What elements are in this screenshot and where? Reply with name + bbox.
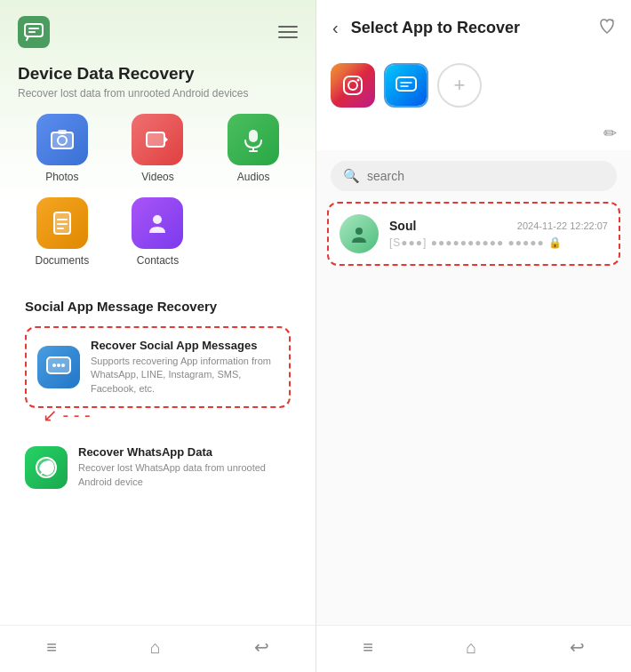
conversation-list: Soul 2024-11-22 12:22:07 [S●●●] ●●●●●●●●…: [316, 202, 631, 625]
left-nav-back[interactable]: ↩: [254, 636, 269, 658]
svg-point-19: [57, 364, 60, 367]
audios-label: Audios: [237, 171, 270, 183]
device-title: Device Data Recovery: [18, 64, 298, 84]
soul-conv-info: Soul 2024-11-22 12:22:07 [S●●●] ●●●●●●●●…: [389, 219, 608, 249]
photos-label: Photos: [45, 171, 78, 183]
edit-area: ✏: [316, 120, 631, 150]
documents-icon-box: [36, 197, 88, 249]
search-icon: 🔍: [343, 168, 360, 184]
edit-icon[interactable]: ✏: [603, 124, 617, 143]
svg-point-24: [348, 81, 357, 90]
left-bottom-nav: ≡ ⌂ ↩: [0, 625, 316, 672]
soul-preview-text: [S●●●] ●●●●●●●●●● ●●●●●: [389, 236, 545, 249]
soul-avatar: [339, 214, 379, 253]
videos-icon-box: [132, 114, 183, 165]
device-subtitle: Recover lost data from unrooted Android …: [18, 87, 298, 100]
svg-rect-26: [396, 77, 416, 91]
icon-documents[interactable]: Documents: [21, 197, 103, 267]
right-header: ‹ Select App to Recover +: [316, 0, 631, 51]
right-nav-home[interactable]: ⌂: [466, 637, 476, 658]
audios-icon-box: [228, 114, 279, 165]
social-messages-text: Recover Social App Messages Supports rec…: [91, 339, 278, 396]
icon-videos[interactable]: Videos: [117, 114, 199, 183]
icon-photos[interactable]: Photos: [21, 114, 103, 183]
soul-timestamp: 2024-11-22 12:22:07: [517, 220, 608, 231]
recovery-icons-grid: Photos Videos Audios: [0, 114, 316, 284]
back-button[interactable]: ‹: [327, 16, 344, 40]
soul-preview: [S●●●] ●●●●●●●●●● ●●●●● 🔒: [389, 236, 608, 249]
soul-name: Soul: [389, 219, 416, 233]
svg-point-25: [357, 79, 360, 82]
arrow-indicator: ↙ - - -: [43, 404, 91, 426]
right-panel: ‹ Select App to Recover +: [316, 0, 631, 672]
svg-rect-7: [147, 132, 164, 147]
photos-icon-box: [36, 114, 88, 165]
left-panel: Device Data Recovery Recover lost data f…: [0, 0, 316, 672]
svg-rect-9: [249, 130, 258, 142]
svg-rect-0: [25, 24, 43, 36]
social-messages-icon: [37, 346, 80, 388]
messages-app-button[interactable]: [384, 63, 428, 108]
svg-point-20: [61, 364, 65, 367]
whatsapp-text: Recover WhatsApp Data Recover lost Whats…: [78, 445, 291, 489]
whatsapp-desc: Recover lost WhatsApp data from unrooted…: [78, 461, 291, 489]
conversation-item-soul[interactable]: Soul 2024-11-22 12:22:07 [S●●●] ●●●●●●●●…: [327, 202, 620, 266]
search-bar[interactable]: 🔍: [331, 161, 617, 191]
app-logo-icon: [18, 16, 50, 48]
favorite-icon[interactable]: +: [597, 16, 617, 40]
videos-label: Videos: [141, 171, 173, 183]
whatsapp-title: Recover WhatsApp Data: [78, 445, 291, 459]
left-nav-home[interactable]: ⌂: [150, 637, 161, 658]
svg-text:+: +: [611, 17, 615, 25]
search-input[interactable]: [367, 169, 604, 183]
recover-whatsapp-item[interactable]: Recover WhatsApp Data Recover lost Whats…: [25, 435, 291, 500]
instagram-app-button[interactable]: [331, 63, 375, 108]
add-app-button[interactable]: +: [437, 63, 482, 108]
whatsapp-icon: [25, 446, 68, 489]
recover-social-messages-item[interactable]: Recover Social App Messages Supports rec…: [25, 326, 291, 408]
svg-rect-6: [58, 130, 67, 134]
social-title: Social App Message Recovery: [25, 299, 291, 314]
social-section: Social App Message Recovery Recover Soci…: [11, 284, 305, 614]
svg-point-18: [52, 364, 56, 367]
social-messages-title: Recover Social App Messages: [91, 339, 278, 352]
contacts-icon-box: [132, 197, 183, 249]
social-messages-desc: Supports recovering App information from…: [91, 355, 278, 396]
instagram-icon: [331, 63, 375, 108]
icon-audios[interactable]: Audios: [212, 114, 294, 183]
lock-icon: 🔒: [548, 236, 562, 249]
left-header: [0, 0, 316, 55]
contacts-label: Contacts: [137, 254, 179, 267]
svg-point-16: [153, 215, 162, 224]
left-nav-menu[interactable]: ≡: [46, 637, 57, 658]
svg-marker-8: [164, 135, 168, 144]
soul-conv-top: Soul 2024-11-22 12:22:07: [389, 219, 608, 233]
right-nav-back[interactable]: ↩: [570, 636, 585, 658]
right-nav-menu[interactable]: ≡: [363, 637, 373, 658]
svg-point-29: [355, 228, 363, 235]
right-bottom-nav: ≡ ⌂ ↩: [316, 625, 631, 672]
device-title-section: Device Data Recovery Recover lost data f…: [0, 55, 316, 114]
svg-rect-3: [52, 132, 73, 148]
app-selector: +: [316, 51, 631, 120]
documents-label: Documents: [35, 254, 89, 267]
icon-contacts[interactable]: Contacts: [117, 197, 199, 267]
right-panel-title: Select App to Recover: [351, 19, 590, 37]
menu-button[interactable]: [278, 26, 298, 38]
messages-icon: [386, 65, 427, 106]
